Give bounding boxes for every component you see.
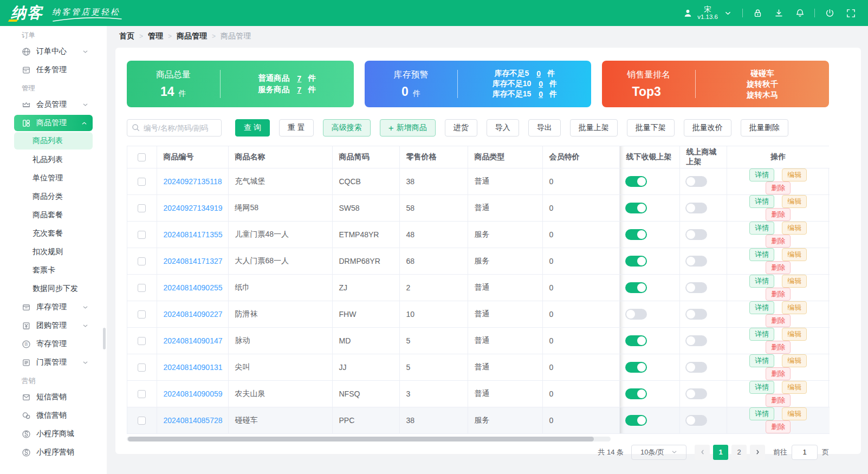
fullscreen-icon[interactable] xyxy=(844,7,857,20)
sidebar-subitem-goods-category[interactable]: 商品分类 xyxy=(0,187,107,206)
sidebar-item-groupbuy-management[interactable]: 团购管理 xyxy=(0,316,107,335)
detail-button[interactable]: 详情 xyxy=(749,275,774,288)
online-toggle[interactable] xyxy=(685,362,707,373)
batch-change-price-button[interactable]: 批量改价 xyxy=(684,119,731,137)
delete-button[interactable]: 删除 xyxy=(766,394,791,407)
page-button-2[interactable]: 2 xyxy=(731,445,747,460)
delete-button[interactable]: 删除 xyxy=(766,261,791,274)
bell-icon[interactable] xyxy=(793,7,806,20)
edit-button[interactable]: 编辑 xyxy=(782,407,807,420)
stat-line-value[interactable]: 0 xyxy=(539,80,543,88)
online-toggle[interactable] xyxy=(685,203,707,213)
breadcrumb-item[interactable]: 商品管理 xyxy=(177,31,207,41)
product-id-link[interactable]: 20240814090059 xyxy=(164,389,223,398)
batch-off-shelf-button[interactable]: 批量下架 xyxy=(627,119,675,137)
sidebar-item-wechat-marketing[interactable]: 微信营销 xyxy=(0,406,107,425)
row-checkbox[interactable] xyxy=(138,363,146,372)
offline-toggle[interactable] xyxy=(625,203,647,213)
product-id-link[interactable]: 20240814085728 xyxy=(164,416,223,425)
search-input[interactable] xyxy=(127,119,222,137)
product-id-link[interactable]: 20240814171355 xyxy=(164,230,223,239)
add-product-button[interactable]: +新增商品 xyxy=(380,119,436,137)
offline-toggle[interactable] xyxy=(625,256,647,267)
detail-button[interactable]: 详情 xyxy=(749,222,774,235)
online-toggle[interactable] xyxy=(685,229,707,240)
row-checkbox[interactable] xyxy=(138,390,146,398)
scrollbar-thumb[interactable] xyxy=(128,437,594,441)
edit-button[interactable]: 编辑 xyxy=(782,248,807,261)
detail-button[interactable]: 详情 xyxy=(749,168,774,181)
edit-button[interactable]: 编辑 xyxy=(782,354,807,367)
product-id-link[interactable]: 20240814090147 xyxy=(164,336,223,345)
product-id-link[interactable]: 20240814171327 xyxy=(164,257,223,265)
import-button[interactable]: 导入 xyxy=(487,119,519,137)
online-toggle[interactable] xyxy=(685,309,707,320)
online-toggle[interactable] xyxy=(685,256,707,267)
next-page-button[interactable] xyxy=(750,445,765,460)
sidebar-item-member-management[interactable]: 会员管理 xyxy=(0,95,107,114)
delete-button[interactable]: 删除 xyxy=(766,181,791,194)
power-icon[interactable] xyxy=(823,7,836,20)
page-size-select[interactable]: 10条/页 xyxy=(631,445,686,460)
row-checkbox[interactable] xyxy=(138,417,146,425)
stat-line-value[interactable]: 0 xyxy=(539,90,543,99)
row-checkbox[interactable] xyxy=(138,284,146,292)
offline-toggle[interactable] xyxy=(625,309,647,320)
sidebar-subitem-recharge-package[interactable]: 充次套餐 xyxy=(0,224,107,243)
online-toggle[interactable] xyxy=(685,415,707,426)
query-button[interactable]: 查 询 xyxy=(235,119,270,137)
sidebar-item-sms-marketing[interactable]: 短信营销 xyxy=(0,388,107,406)
download-icon[interactable] xyxy=(772,7,785,20)
sidebar-subitem-deduction-rules[interactable]: 扣次规则 xyxy=(0,243,107,261)
detail-button[interactable]: 详情 xyxy=(749,381,774,394)
lock-icon[interactable] xyxy=(751,7,764,20)
delete-button[interactable]: 删除 xyxy=(766,235,791,248)
sidebar-item-task-management[interactable]: 任务管理 xyxy=(0,61,107,79)
delete-button[interactable]: 删除 xyxy=(766,341,791,354)
product-id-link[interactable]: 20240814090131 xyxy=(164,363,223,372)
delete-button[interactable]: 删除 xyxy=(766,367,791,380)
sidebar-subitem-goods-list[interactable]: 商品列表 xyxy=(14,132,93,150)
edit-button[interactable]: 编辑 xyxy=(782,195,807,208)
sidebar-item-goods-management[interactable]: 商品管理 xyxy=(14,115,93,131)
row-checkbox[interactable] xyxy=(138,257,146,265)
detail-button[interactable]: 详情 xyxy=(749,248,774,261)
row-checkbox[interactable] xyxy=(138,310,146,319)
export-button[interactable]: 导出 xyxy=(528,119,561,137)
offline-toggle[interactable] xyxy=(625,282,647,293)
product-id-link[interactable]: 20240814090255 xyxy=(164,283,223,292)
sidebar-subitem-data-sync[interactable]: 数据同步下发 xyxy=(0,280,107,298)
stat-line-value[interactable]: 0 xyxy=(536,69,541,78)
offline-toggle[interactable] xyxy=(625,388,647,399)
edit-button[interactable]: 编辑 xyxy=(782,275,807,288)
online-toggle[interactable] xyxy=(685,388,707,399)
prev-page-button[interactable] xyxy=(695,445,710,460)
row-checkbox[interactable] xyxy=(138,178,146,186)
product-id-link[interactable]: 20240814090227 xyxy=(164,310,223,319)
delete-button[interactable]: 删除 xyxy=(766,420,791,433)
sidebar-scrollbar[interactable] xyxy=(103,328,106,349)
detail-button[interactable]: 详情 xyxy=(749,354,774,367)
edit-button[interactable]: 编辑 xyxy=(782,168,807,181)
page-button-1[interactable]: 1 xyxy=(713,445,728,460)
offline-toggle[interactable] xyxy=(625,362,647,373)
sidebar-subitem-unit-management[interactable]: 单位管理 xyxy=(0,169,107,187)
goto-page-input[interactable] xyxy=(792,445,818,460)
product-id-link[interactable]: 20240927135118 xyxy=(164,177,222,186)
breadcrumb-item[interactable]: 管理 xyxy=(148,31,163,41)
select-all-checkbox[interactable] xyxy=(138,153,146,161)
batch-on-shelf-button[interactable]: 批量上架 xyxy=(570,119,618,137)
breadcrumb-item[interactable]: 首页 xyxy=(119,31,134,41)
edit-button[interactable]: 编辑 xyxy=(782,381,807,394)
reset-button[interactable]: 重 置 xyxy=(279,119,314,137)
purchase-button[interactable]: 进货 xyxy=(445,119,477,137)
detail-button[interactable]: 详情 xyxy=(749,195,774,208)
row-checkbox[interactable] xyxy=(138,231,146,239)
batch-delete-button[interactable]: 批量删除 xyxy=(741,119,788,137)
online-toggle[interactable] xyxy=(685,282,707,293)
edit-button[interactable]: 编辑 xyxy=(782,328,807,341)
sidebar-subitem-gift-list[interactable]: 礼品列表 xyxy=(0,151,107,169)
edit-button[interactable]: 编辑 xyxy=(782,222,807,235)
advanced-search-button[interactable]: 高级搜索 xyxy=(323,119,371,137)
detail-button[interactable]: 详情 xyxy=(749,328,774,341)
